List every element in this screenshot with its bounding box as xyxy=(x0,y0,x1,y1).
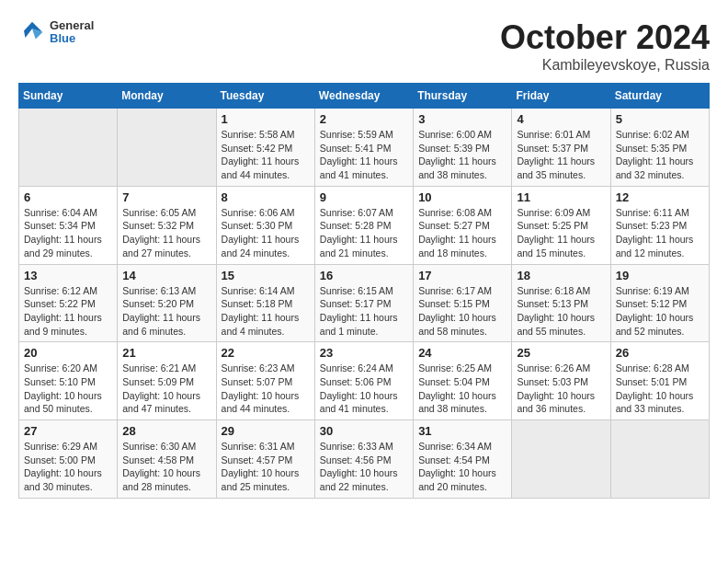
calendar-cell xyxy=(19,109,118,187)
calendar-cell: 17Sunrise: 6:17 AMSunset: 5:15 PMDayligh… xyxy=(414,264,512,342)
day-number: 18 xyxy=(517,269,605,282)
logo-general: General xyxy=(50,19,94,32)
calendar-cell: 15Sunrise: 6:14 AMSunset: 5:18 PMDayligh… xyxy=(216,264,314,342)
day-number: 24 xyxy=(418,346,506,360)
day-info: Sunrise: 6:21 AMSunset: 5:09 PMDaylight:… xyxy=(122,362,210,416)
calendar-cell: 25Sunrise: 6:26 AMSunset: 5:03 PMDayligh… xyxy=(512,342,610,420)
weekday-header-row: SundayMondayTuesdayWednesdayThursdayFrid… xyxy=(19,84,710,109)
calendar-cell xyxy=(610,420,709,499)
page-header: General Blue October 2024 Kambileyevskoy… xyxy=(18,18,710,74)
day-number: 22 xyxy=(222,346,310,360)
calendar-cell: 28Sunrise: 6:30 AMSunset: 4:58 PMDayligh… xyxy=(118,420,216,499)
weekday-header: Monday xyxy=(118,84,216,109)
calendar-cell: 23Sunrise: 6:24 AMSunset: 5:06 PMDayligh… xyxy=(314,342,413,420)
calendar-cell xyxy=(118,109,216,187)
day-info: Sunrise: 6:20 AMSunset: 5:10 PMDaylight:… xyxy=(24,362,112,416)
day-info: Sunrise: 6:34 AMSunset: 4:54 PMDaylight:… xyxy=(418,440,506,494)
calendar-cell: 12Sunrise: 6:11 AMSunset: 5:23 PMDayligh… xyxy=(610,186,709,264)
day-number: 17 xyxy=(418,269,506,282)
day-info: Sunrise: 6:09 AMSunset: 5:25 PMDaylight:… xyxy=(517,206,605,260)
logo: General Blue xyxy=(18,18,94,46)
day-info: Sunrise: 6:24 AMSunset: 5:06 PMDaylight:… xyxy=(320,362,408,416)
day-info: Sunrise: 6:33 AMSunset: 4:56 PMDaylight:… xyxy=(320,440,408,494)
day-info: Sunrise: 6:19 AMSunset: 5:12 PMDaylight:… xyxy=(616,284,704,339)
day-number: 10 xyxy=(418,190,506,204)
calendar-cell: 20Sunrise: 6:20 AMSunset: 5:10 PMDayligh… xyxy=(19,342,118,420)
calendar-cell: 1Sunrise: 5:58 AMSunset: 5:42 PMDaylight… xyxy=(216,109,314,187)
logo-icon xyxy=(18,18,46,46)
calendar-cell: 13Sunrise: 6:12 AMSunset: 5:22 PMDayligh… xyxy=(19,264,118,342)
day-info: Sunrise: 6:15 AMSunset: 5:17 PMDaylight:… xyxy=(320,284,408,339)
day-info: Sunrise: 6:29 AMSunset: 5:00 PMDaylight:… xyxy=(24,440,112,494)
day-number: 23 xyxy=(320,346,408,360)
day-info: Sunrise: 6:28 AMSunset: 5:01 PMDaylight:… xyxy=(616,362,704,416)
day-number: 4 xyxy=(517,112,605,126)
day-info: Sunrise: 6:00 AMSunset: 5:39 PMDaylight:… xyxy=(418,128,506,182)
day-info: Sunrise: 6:30 AMSunset: 4:58 PMDaylight:… xyxy=(122,440,210,494)
day-info: Sunrise: 6:01 AMSunset: 5:37 PMDaylight:… xyxy=(517,128,605,182)
day-number: 15 xyxy=(222,269,310,282)
calendar-cell: 3Sunrise: 6:00 AMSunset: 5:39 PMDaylight… xyxy=(414,109,512,187)
logo-text: General Blue xyxy=(50,19,94,46)
day-info: Sunrise: 6:07 AMSunset: 5:28 PMDaylight:… xyxy=(320,206,408,260)
day-number: 20 xyxy=(24,346,112,360)
day-number: 12 xyxy=(616,190,704,204)
day-info: Sunrise: 6:12 AMSunset: 5:22 PMDaylight:… xyxy=(24,284,112,339)
calendar-cell: 11Sunrise: 6:09 AMSunset: 5:25 PMDayligh… xyxy=(512,186,610,264)
calendar-cell: 10Sunrise: 6:08 AMSunset: 5:27 PMDayligh… xyxy=(414,186,512,264)
day-number: 5 xyxy=(616,112,704,126)
day-info: Sunrise: 6:02 AMSunset: 5:35 PMDaylight:… xyxy=(616,128,704,182)
day-info: Sunrise: 6:08 AMSunset: 5:27 PMDaylight:… xyxy=(418,206,506,260)
location-title: Kambileyevskoye, Russia xyxy=(500,57,710,74)
calendar-cell: 24Sunrise: 6:25 AMSunset: 5:04 PMDayligh… xyxy=(414,342,512,420)
calendar-week-row: 13Sunrise: 6:12 AMSunset: 5:22 PMDayligh… xyxy=(19,264,710,342)
day-info: Sunrise: 6:06 AMSunset: 5:30 PMDaylight:… xyxy=(222,206,310,260)
title-section: October 2024 Kambileyevskoye, Russia xyxy=(500,18,710,74)
weekday-header: Sunday xyxy=(19,84,118,109)
calendar-week-row: 6Sunrise: 6:04 AMSunset: 5:34 PMDaylight… xyxy=(19,186,710,264)
calendar-cell: 4Sunrise: 6:01 AMSunset: 5:37 PMDaylight… xyxy=(512,109,610,187)
day-number: 2 xyxy=(320,112,408,126)
calendar-cell: 2Sunrise: 5:59 AMSunset: 5:41 PMDaylight… xyxy=(314,109,413,187)
calendar-cell: 7Sunrise: 6:05 AMSunset: 5:32 PMDaylight… xyxy=(118,186,216,264)
calendar-table: SundayMondayTuesdayWednesdayThursdayFrid… xyxy=(18,83,710,499)
day-number: 30 xyxy=(320,424,408,438)
calendar-cell: 31Sunrise: 6:34 AMSunset: 4:54 PMDayligh… xyxy=(414,420,512,499)
weekday-header: Tuesday xyxy=(216,84,314,109)
day-info: Sunrise: 6:04 AMSunset: 5:34 PMDaylight:… xyxy=(24,206,112,260)
day-number: 9 xyxy=(320,190,408,204)
day-info: Sunrise: 6:31 AMSunset: 4:57 PMDaylight:… xyxy=(222,440,310,494)
day-info: Sunrise: 5:59 AMSunset: 5:41 PMDaylight:… xyxy=(320,128,408,182)
day-number: 19 xyxy=(616,269,704,282)
calendar-cell: 14Sunrise: 6:13 AMSunset: 5:20 PMDayligh… xyxy=(118,264,216,342)
day-number: 21 xyxy=(122,346,210,360)
day-info: Sunrise: 6:26 AMSunset: 5:03 PMDaylight:… xyxy=(517,362,605,416)
calendar-cell: 27Sunrise: 6:29 AMSunset: 5:00 PMDayligh… xyxy=(19,420,118,499)
day-number: 31 xyxy=(418,424,506,438)
calendar-cell: 21Sunrise: 6:21 AMSunset: 5:09 PMDayligh… xyxy=(118,342,216,420)
month-title: October 2024 xyxy=(500,18,710,57)
day-number: 29 xyxy=(222,424,310,438)
calendar-cell: 26Sunrise: 6:28 AMSunset: 5:01 PMDayligh… xyxy=(610,342,709,420)
day-number: 13 xyxy=(24,269,112,282)
day-number: 11 xyxy=(517,190,605,204)
day-info: Sunrise: 6:23 AMSunset: 5:07 PMDaylight:… xyxy=(222,362,310,416)
weekday-header: Thursday xyxy=(414,84,512,109)
calendar-cell: 9Sunrise: 6:07 AMSunset: 5:28 PMDaylight… xyxy=(314,186,413,264)
day-number: 1 xyxy=(222,112,310,126)
calendar-cell xyxy=(512,420,610,499)
logo-blue: Blue xyxy=(50,32,94,45)
day-number: 26 xyxy=(616,346,704,360)
day-number: 16 xyxy=(320,269,408,282)
calendar-cell: 16Sunrise: 6:15 AMSunset: 5:17 PMDayligh… xyxy=(314,264,413,342)
calendar-week-row: 27Sunrise: 6:29 AMSunset: 5:00 PMDayligh… xyxy=(19,420,710,499)
calendar-cell: 5Sunrise: 6:02 AMSunset: 5:35 PMDaylight… xyxy=(610,109,709,187)
day-info: Sunrise: 6:17 AMSunset: 5:15 PMDaylight:… xyxy=(418,284,506,339)
calendar-cell: 6Sunrise: 6:04 AMSunset: 5:34 PMDaylight… xyxy=(19,186,118,264)
day-number: 6 xyxy=(24,190,112,204)
calendar-cell: 18Sunrise: 6:18 AMSunset: 5:13 PMDayligh… xyxy=(512,264,610,342)
day-info: Sunrise: 6:25 AMSunset: 5:04 PMDaylight:… xyxy=(418,362,506,416)
weekday-header: Saturday xyxy=(610,84,709,109)
calendar-cell: 19Sunrise: 6:19 AMSunset: 5:12 PMDayligh… xyxy=(610,264,709,342)
calendar-week-row: 1Sunrise: 5:58 AMSunset: 5:42 PMDaylight… xyxy=(19,109,710,187)
